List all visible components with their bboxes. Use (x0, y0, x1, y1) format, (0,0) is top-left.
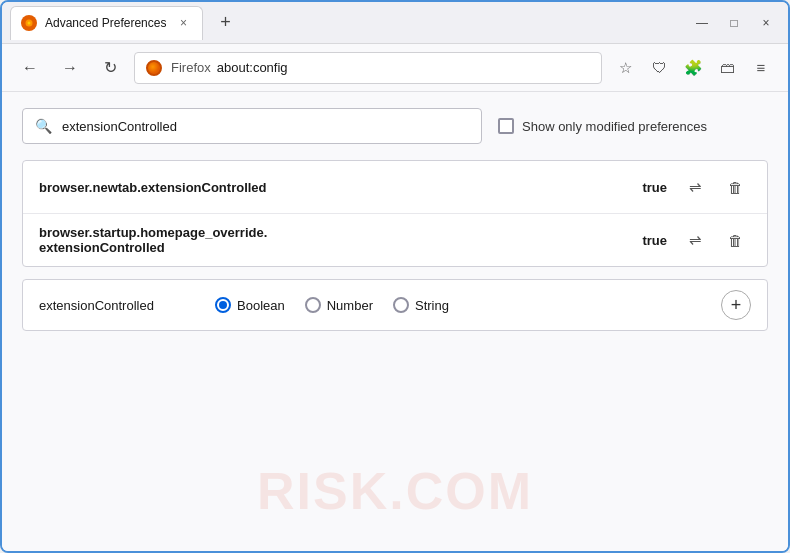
pocket-icon[interactable]: 🗃 (712, 53, 742, 83)
type-boolean-option[interactable]: Boolean (215, 297, 285, 313)
nav-bar: ← → ↻ Firefox about:config ☆ 🛡 🧩 🗃 ≡ (2, 44, 788, 92)
search-bar: 🔍 Show only modified preferences (22, 108, 768, 144)
pref-actions-2: ⇌ 🗑 (679, 224, 751, 256)
new-tab-button[interactable]: + (211, 9, 239, 37)
type-boolean-radio-inner (219, 301, 227, 309)
type-number-label: Number (327, 298, 373, 313)
pref-name-2-line1: browser.startup.homepage_override. (39, 225, 630, 240)
delete-button-2[interactable]: 🗑 (719, 224, 751, 256)
show-modified-label[interactable]: Show only modified preferences (522, 119, 707, 134)
tab-title: Advanced Preferences (45, 16, 166, 30)
type-boolean-radio[interactable] (215, 297, 231, 313)
title-bar: Advanced Preferences × + — □ × (2, 2, 788, 44)
type-options: Boolean Number String (215, 297, 705, 313)
content-area: RISK.COM 🔍 Show only modified preference… (2, 92, 788, 551)
type-string-option[interactable]: String (393, 297, 449, 313)
table-row: browser.newtab.extensionControlled true … (23, 161, 767, 214)
show-modified-option: Show only modified preferences (498, 118, 707, 134)
pref-name-2-wrapper: browser.startup.homepage_override. exten… (39, 225, 630, 255)
address-bar[interactable]: Firefox about:config (134, 52, 602, 84)
table-row: browser.startup.homepage_override. exten… (23, 214, 767, 266)
maximize-button[interactable]: □ (720, 9, 748, 37)
reload-button[interactable]: ↻ (94, 52, 126, 84)
pref-actions-1: ⇌ 🗑 (679, 171, 751, 203)
browser-tab[interactable]: Advanced Preferences × (10, 6, 203, 40)
show-modified-checkbox[interactable] (498, 118, 514, 134)
address-text: Firefox about:config (171, 60, 288, 75)
tab-favicon (21, 15, 37, 31)
new-pref-name-label: extensionControlled (39, 298, 199, 313)
window-controls: — □ × (688, 9, 780, 37)
close-button[interactable]: × (752, 9, 780, 37)
pref-name-2-line2: extensionControlled (39, 240, 630, 255)
preferences-table: browser.newtab.extensionControlled true … (22, 160, 768, 267)
firefox-logo (145, 59, 163, 77)
shield-icon[interactable]: 🛡 (644, 53, 674, 83)
delete-button-1[interactable]: 🗑 (719, 171, 751, 203)
bookmark-icon[interactable]: ☆ (610, 53, 640, 83)
address-url: about:config (217, 60, 288, 75)
minimize-button[interactable]: — (688, 9, 716, 37)
tab-close-button[interactable]: × (174, 14, 192, 32)
extensions-icon[interactable]: 🧩 (678, 53, 708, 83)
swap-button-2[interactable]: ⇌ (679, 224, 711, 256)
menu-icon[interactable]: ≡ (746, 53, 776, 83)
browser-window: Advanced Preferences × + — □ × ← → ↻ Fir… (0, 0, 790, 553)
pref-value-2: true (642, 233, 667, 248)
search-icon: 🔍 (35, 118, 52, 134)
new-preference-row: extensionControlled Boolean Number Strin… (22, 279, 768, 331)
search-input-wrapper[interactable]: 🔍 (22, 108, 482, 144)
add-preference-button[interactable]: + (721, 290, 751, 320)
pref-value-1: true (642, 180, 667, 195)
watermark: RISK.COM (257, 461, 533, 521)
browser-name-label: Firefox (171, 60, 211, 75)
swap-button-1[interactable]: ⇌ (679, 171, 711, 203)
back-button[interactable]: ← (14, 52, 46, 84)
svg-point-2 (28, 22, 31, 25)
type-boolean-label: Boolean (237, 298, 285, 313)
pref-name-1: browser.newtab.extensionControlled (39, 180, 630, 195)
forward-button[interactable]: → (54, 52, 86, 84)
type-number-option[interactable]: Number (305, 297, 373, 313)
nav-icons: ☆ 🛡 🧩 🗃 ≡ (610, 53, 776, 83)
type-string-radio[interactable] (393, 297, 409, 313)
search-input[interactable] (62, 119, 469, 134)
type-string-label: String (415, 298, 449, 313)
type-number-radio[interactable] (305, 297, 321, 313)
